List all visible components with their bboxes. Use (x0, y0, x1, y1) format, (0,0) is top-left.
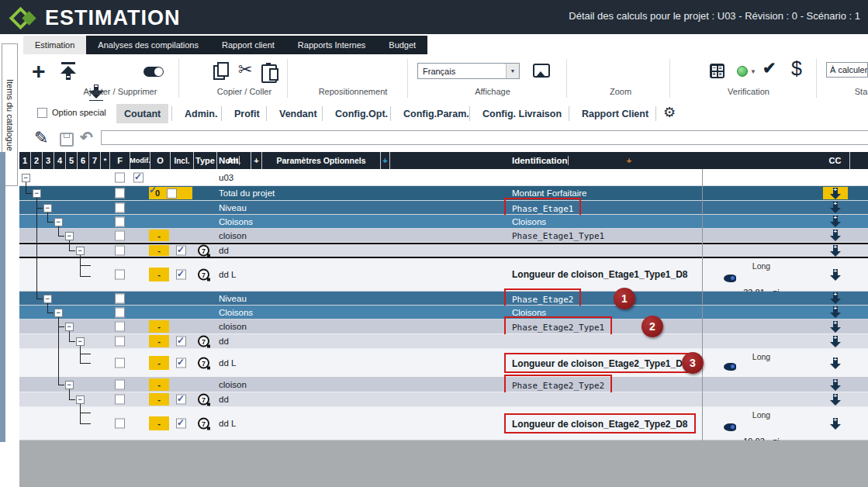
cc-cell[interactable] (821, 407, 850, 440)
col-parametres-optionnels[interactable]: Paramètres Optionnels (262, 152, 381, 169)
table-row[interactable]: - 7 dd (19, 334, 868, 349)
f-checkbox[interactable] (115, 270, 125, 280)
col-type[interactable]: Type (194, 152, 217, 169)
cc-cell[interactable] (821, 292, 850, 305)
f-checkbox[interactable] (115, 322, 125, 332)
col-cc[interactable]: CC (821, 152, 850, 169)
insert-above-button[interactable] (60, 62, 77, 82)
cc-cell[interactable] (823, 187, 848, 199)
o-cell[interactable]: - (149, 393, 169, 406)
tab-analyses-des-compilations[interactable]: Analyses des compilations (86, 36, 210, 54)
f-checkbox[interactable] (115, 293, 125, 303)
cc-download-icon[interactable] (830, 292, 841, 304)
col-plus[interactable]: + (251, 152, 262, 169)
col-star[interactable]: * (101, 152, 110, 169)
f-checkbox[interactable] (115, 419, 125, 429)
col-identification[interactable]: Identification (512, 156, 569, 165)
table-row[interactable]: - cloison Phase_Etage2_Type2 (19, 378, 868, 392)
incl-checkbox[interactable] (167, 188, 177, 199)
o-cell[interactable]: - (149, 230, 169, 241)
validate-button[interactable]: ✔ (763, 60, 776, 77)
incl-checkbox[interactable] (176, 337, 186, 347)
view-tab-coutant[interactable]: Coutant (116, 104, 168, 123)
cc-download-icon[interactable] (830, 394, 841, 406)
cc-cell[interactable] (821, 319, 850, 333)
col-incl[interactable]: Incl. (171, 152, 194, 169)
cc-download-icon[interactable] (830, 202, 841, 213)
tree-collapse-toggle[interactable] (76, 395, 85, 404)
f-checkbox[interactable] (115, 358, 125, 368)
table-row[interactable]: - 7 dd L Longueur de cloison_Etage2_Type… (19, 407, 868, 440)
cc-cell[interactable] (821, 349, 850, 377)
col-1[interactable]: 1 (19, 152, 31, 169)
col-plus-orange[interactable]: + (390, 152, 868, 169)
cc-download-icon[interactable] (830, 188, 841, 199)
o-cell[interactable]: - (149, 356, 169, 370)
tree-collapse-toggle[interactable] (54, 218, 63, 226)
o-cell[interactable]: - (149, 320, 169, 333)
col-modif[interactable]: Modif. (130, 152, 150, 169)
cc-download-icon[interactable] (830, 230, 841, 241)
col-2[interactable]: 2 (31, 152, 43, 169)
undo-icon[interactable]: ↶ (80, 128, 93, 147)
status-field[interactable]: À calculer (826, 62, 868, 78)
o-cell[interactable]: - (149, 335, 169, 347)
chevron-down-icon[interactable]: ▼ (506, 64, 519, 78)
tab-estimation[interactable]: Estimation (23, 36, 86, 54)
f-checkbox[interactable] (115, 172, 125, 182)
language-select[interactable]: Français ▼ (417, 63, 520, 79)
cc-download-icon[interactable] (830, 418, 841, 430)
table-row[interactable]: - 7 dd L Longueur de cloison_Etage2_Type… (19, 349, 868, 378)
tree-collapse-toggle[interactable] (43, 295, 52, 303)
image-view-button[interactable] (533, 62, 550, 78)
f-checkbox[interactable] (115, 307, 125, 317)
col-f[interactable]: F (110, 152, 130, 169)
table-row[interactable]: u03 (19, 169, 868, 186)
f-checkbox[interactable] (115, 230, 125, 240)
tree-collapse-toggle[interactable] (22, 174, 30, 182)
col-7[interactable]: 7 (89, 152, 101, 169)
cc-download-icon[interactable] (830, 306, 841, 318)
f-checkbox[interactable] (115, 188, 125, 199)
calculator-icon[interactable]: −=+× (710, 64, 724, 78)
cc-cell[interactable] (821, 392, 850, 406)
settings-gear-icon[interactable]: ⚙ (663, 104, 676, 121)
cc-cell[interactable] (821, 244, 850, 257)
col-6[interactable]: 6 (78, 152, 89, 169)
cc-download-icon[interactable] (830, 336, 841, 347)
f-checkbox[interactable] (115, 216, 125, 226)
f-checkbox[interactable] (115, 395, 125, 405)
view-tab-rapport-client[interactable]: Rapport Client (574, 104, 656, 123)
view-tab-config-opt[interactable]: Config.Opt. (327, 104, 396, 123)
table-row[interactable]: Niveau Phase_Etage2 (19, 292, 868, 306)
f-checkbox[interactable] (115, 202, 125, 212)
cost-button[interactable]: $ (791, 59, 802, 78)
tab-rapports-internes[interactable]: Rapports Internes (286, 36, 377, 54)
save-icon[interactable] (60, 133, 74, 147)
f-checkbox[interactable] (115, 337, 125, 347)
tree-collapse-toggle[interactable] (54, 309, 63, 317)
tree-collapse-toggle[interactable] (76, 247, 85, 255)
table-row[interactable]: - 7 dd (19, 243, 868, 258)
tree-collapse-toggle[interactable] (65, 232, 74, 240)
cc-download-icon[interactable] (830, 357, 841, 369)
cc-download-icon[interactable] (830, 379, 841, 391)
cc-cell[interactable] (821, 306, 850, 319)
copy-button[interactable] (213, 62, 229, 81)
tab-budget[interactable]: Budget (377, 36, 427, 54)
cc-cell[interactable] (821, 201, 850, 214)
cc-download-icon[interactable] (830, 321, 841, 333)
view-tab-admin[interactable]: Admin. (177, 104, 225, 123)
tree-collapse-toggle[interactable] (76, 337, 85, 346)
tree-collapse-toggle[interactable] (33, 189, 41, 198)
table-row[interactable]: - cloison Phase_Etage1_Type1 (19, 229, 868, 243)
cc-download-icon[interactable] (830, 269, 841, 281)
status-dot-button[interactable]: ▼ (737, 66, 756, 77)
f-checkbox[interactable] (115, 380, 125, 390)
incl-checkbox[interactable] (176, 419, 186, 429)
tab-rapport-client[interactable]: Rapport client (210, 36, 286, 54)
f-checkbox[interactable] (115, 246, 125, 256)
table-row[interactable]: - 7 dd (19, 392, 868, 407)
cc-download-icon[interactable] (830, 245, 841, 257)
incl-checkbox[interactable] (176, 395, 186, 405)
